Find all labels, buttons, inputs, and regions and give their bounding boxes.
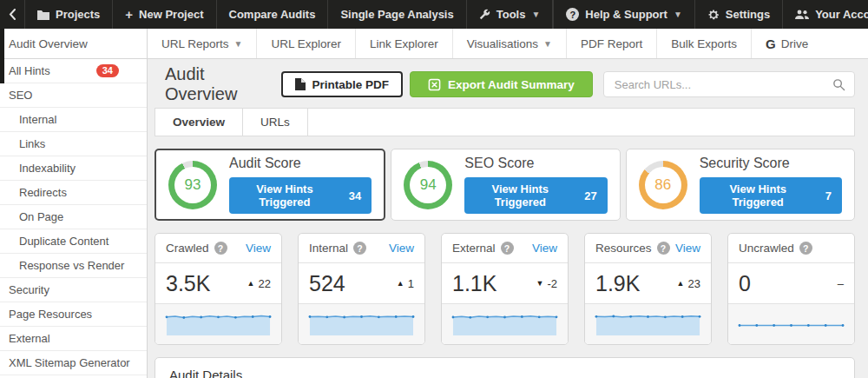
nav-tools[interactable]: Tools ▼ [467,0,554,29]
reportnav-url-reports[interactable]: URL Reports ▼ [148,29,257,58]
delta-value: 23 [688,277,700,290]
security-score-value: 86 [654,176,671,194]
reportnav-drive[interactable]: G Drive [752,29,822,58]
crawled-value: 3.5K [166,271,210,296]
resources-view-link[interactable]: View [675,242,700,255]
sidebar-item-all-hints[interactable]: All Hints 34 [0,59,147,83]
internal-delta: ▲1 [397,277,414,290]
reportnav-visualisations[interactable]: Visualisations ▼ [453,29,567,58]
view-hints-count: 7 [825,189,832,202]
nav-single-page-analysis[interactable]: Single Page Analysis [328,0,466,29]
nav-tools-label: Tools [496,8,526,21]
view-hints-label: View Hints Triggered [475,182,565,209]
reportnav-link-explorer[interactable]: Link Explorer [356,29,453,58]
nav-new-project[interactable]: + New Project [113,0,216,29]
nav-compare-audits[interactable]: Compare Audits [217,0,329,29]
sidebar-item-label: Duplicate Content [19,235,108,248]
search-input[interactable] [613,77,832,92]
tab-overview[interactable]: Overview [155,109,243,136]
document-icon [295,78,306,90]
help-icon[interactable]: ? [353,242,366,255]
crawled-view-link[interactable]: View [246,242,271,255]
delta-down-icon: ▼ [536,279,544,288]
chevron-down-icon: ▼ [674,10,682,19]
sidebar-item-external[interactable]: External [0,327,147,351]
sidebar-item-redirects[interactable]: Redirects [0,181,147,205]
delta-up-icon: ▲ [247,279,255,288]
internal-value: 524 [309,271,345,296]
seo-score-value: 94 [420,176,437,194]
view-hints-count: 27 [584,189,596,202]
folder-icon [37,10,49,20]
external-delta: ▼-2 [536,277,557,290]
nav-projects-label: Projects [56,8,100,21]
security-view-hints-button[interactable]: View Hints Triggered 7 [700,177,842,214]
sidebar-item-label: External [9,332,50,345]
audit-score-title: Audit Score [229,156,372,171]
reportnav-url-explorer[interactable]: URL Explorer [257,29,356,58]
export-audit-summary-button[interactable]: Export Audit Summary [410,71,593,97]
tab-urls[interactable]: URLs [243,109,308,136]
printable-pdf-button[interactable]: Printable PDF [281,71,404,97]
sidebar-item-label: Security [9,283,49,296]
users-icon [795,10,809,20]
audit-view-hints-button[interactable]: View Hints Triggered 34 [229,177,372,214]
reportnav-bulk-exports[interactable]: Bulk Exports [657,29,752,58]
sidebar-item-label: Response vs Render [19,259,124,272]
help-icon[interactable]: ? [214,242,227,255]
nav-single-page-analysis-label: Single Page Analysis [340,8,453,21]
sidebar-item-security[interactable]: Security [0,278,147,302]
question-circle-icon: ? [566,8,579,21]
sidebar-header: Audit Overview [0,29,148,58]
wrench-icon [479,9,490,20]
delta-value: -2 [547,277,557,290]
sidebar-header-label: Audit Overview [9,37,88,50]
sidebar-item-on-page[interactable]: On Page [0,205,147,229]
sidebar-item-seo[interactable]: SEO [0,83,147,108]
nav-help-support-label: Help & Support [585,8,667,21]
uncrawled-sparkline [728,304,854,344]
sidebar-item-indexability[interactable]: Indexability [0,156,147,181]
sidebar-item-xml-sitemap-generator[interactable]: XML Sitemap Generator [0,351,147,375]
hints-count-badge: 34 [96,64,119,77]
security-score-card[interactable]: 86 Security Score View Hints Triggered 7 [626,149,855,221]
crawled-card: Crawled ? View 3.5K ▲22 [155,233,282,345]
delta-value: 22 [259,277,271,290]
view-hints-label: View Hints Triggered [710,182,806,209]
main-panel: Audit Overview Printable PDF Export Audi… [148,59,868,378]
sidebar-item-duplicate-content[interactable]: Duplicate Content [0,229,147,254]
external-view-link[interactable]: View [532,242,557,255]
nav-projects[interactable]: Projects [25,0,113,29]
delta-up-icon: ▲ [397,279,404,288]
internal-view-link[interactable]: View [389,242,414,255]
resources-delta: ▲23 [677,277,700,290]
sidebar-item-response-vs-render[interactable]: Response vs Render [0,254,147,278]
reportnav-drive-label: Drive [781,37,809,50]
audit-score-card[interactable]: 93 Audit Score View Hints Triggered 34 [155,149,385,221]
seo-score-card[interactable]: 94 SEO Score View Hints Triggered 27 [391,149,620,221]
tab-overview-label: Overview [173,116,225,129]
help-icon[interactable]: ? [799,242,812,255]
crawled-delta: ▲22 [247,277,271,290]
seo-score-ring: 94 [404,161,452,209]
sidebar-item-internal[interactable]: Internal [0,108,147,132]
nav-your-account-label: Your Account [815,8,868,21]
nav-help-support[interactable]: ? Help & Support ▼ [553,0,694,29]
help-icon[interactable]: ? [501,242,514,255]
seo-view-hints-button[interactable]: View Hints Triggered 27 [464,177,607,214]
external-sparkline [442,304,568,344]
audit-score-value: 93 [185,176,201,194]
help-icon[interactable]: ? [657,242,670,255]
internal-sparkline [299,304,424,344]
nav-your-account[interactable]: Your Account [782,0,868,29]
reportnav-pdf-report-label: PDF Report [581,37,642,50]
nav-settings[interactable]: Settings [694,0,782,29]
reportnav-pdf-report[interactable]: PDF Report [567,29,657,58]
sidebar-item-label: Internal [19,113,56,126]
sidebar-item-label: All Hints [9,64,50,77]
sidebar-item-label: On Page [19,210,63,223]
sidebar-item-page-resources[interactable]: Page Resources [0,302,147,327]
sidebar-item-links[interactable]: Links [0,132,147,156]
back-button[interactable] [0,0,25,29]
search-icon[interactable] [832,78,845,91]
